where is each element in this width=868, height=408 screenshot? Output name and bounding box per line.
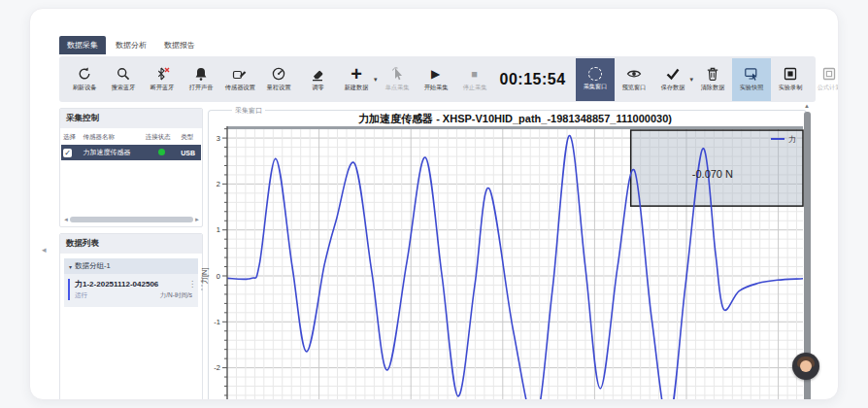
- button-label: 停止采集: [462, 84, 486, 92]
- data-item-status: 运行: [75, 291, 87, 300]
- svg-text:力: 力: [788, 135, 796, 144]
- button-label: 刷新设备: [73, 84, 97, 92]
- collect-control-panel: 采集控制 选择 传感器名称 连接状态 类型 ✓ 力加速度传感器 USB ◄ ►: [59, 108, 203, 227]
- collect-window-button[interactable]: 采集窗口: [576, 58, 615, 101]
- svg-text:-1: -1: [214, 318, 220, 326]
- status-dot: [158, 149, 165, 155]
- force-time-chart[interactable]: 3210-1-2力[N]-0.070 N力: [198, 126, 805, 400]
- sensor-settings-icon: [232, 66, 248, 82]
- button-label: 调零: [312, 84, 323, 92]
- dashed-circle-icon: [588, 67, 602, 81]
- button-label: 公式计算: [818, 84, 839, 92]
- scrollbar-thumb[interactable]: [70, 217, 193, 222]
- tab-data-collect[interactable]: 数据采集: [59, 36, 106, 54]
- scroll-left-icon[interactable]: ◄: [63, 216, 69, 223]
- app-window: 数据采集 数据分析 数据报告 刷新设备 搜索蓝牙: [29, 8, 839, 400]
- toolbar-group-collect: + 新建数据 ▾ 单点采集 ▶ 开始采集 ■ 停止采集: [337, 58, 494, 101]
- panel-title: 采集控制: [60, 109, 202, 128]
- button-label: 预览窗口: [621, 84, 646, 92]
- bell-icon: [193, 66, 209, 82]
- data-group-label: 数据分组-1: [75, 261, 111, 271]
- save-data-button[interactable]: 保存数据: [653, 58, 692, 101]
- button-label: 开始采集: [423, 84, 448, 92]
- data-group-header[interactable]: ▾ 数据分组-1: [64, 258, 198, 274]
- monitor-pointer-icon: [744, 66, 759, 82]
- refresh-icon: [77, 66, 92, 82]
- button-label: 采集窗口: [583, 83, 607, 91]
- button-label: 保存数据: [660, 84, 684, 92]
- sensor-table: 选择 传感器名称 连接状态 类型 ✓ 力加速度传感器 USB: [61, 130, 201, 160]
- col-sensor-name: 传感器名称: [82, 130, 144, 145]
- list-item[interactable]: 力1-2-20251112-042506 ⋮ 运行 力/N-时间/s: [68, 279, 194, 300]
- sensor-name: 力加速度传感器: [82, 145, 144, 160]
- clear-data-button[interactable]: 清除数据: [693, 58, 732, 101]
- button-label: 传感器设置: [225, 84, 255, 92]
- trash-icon: [705, 66, 720, 82]
- experiment-record-button[interactable]: 实验录制: [771, 58, 810, 101]
- avatar-face: [800, 360, 812, 372]
- table-row[interactable]: ✓ 力加速度传感器 USB: [61, 145, 201, 160]
- button-label: 实验录制: [779, 84, 803, 92]
- scrollbar-up-icon[interactable]: ▲: [804, 103, 810, 109]
- pointer-icon: [389, 66, 405, 82]
- toolbar-group-settings: 传感器设置 量程设置 调零: [220, 58, 337, 101]
- svg-text:-2: -2: [214, 363, 220, 372]
- svg-text:3: 3: [217, 134, 220, 143]
- disconnect-bluetooth-button[interactable]: 断开蓝牙: [143, 58, 182, 101]
- button-label: 量程设置: [267, 84, 291, 92]
- range-settings-button[interactable]: 量程设置: [259, 58, 298, 101]
- toolbar-group-window: 采集窗口 预览窗口 保存数据 ▾: [576, 58, 733, 101]
- bluetooth-disconnect-icon: [154, 66, 170, 82]
- stop-collect-button[interactable]: ■ 停止采集: [455, 58, 494, 101]
- data-group-body: 力1-2-20251112-042506 ⋮ 运行 力/N-时间/s: [64, 274, 198, 307]
- expand-icon: ▾: [69, 263, 72, 270]
- zero-adjust-button[interactable]: 调零: [298, 58, 337, 101]
- button-label: 断开蓝牙: [150, 84, 175, 92]
- sensor-settings-button[interactable]: 传感器设置: [220, 58, 259, 101]
- horizontal-scrollbar[interactable]: ◄ ►: [63, 216, 200, 223]
- button-label: 清除数据: [701, 84, 725, 92]
- button-label: 新建数据: [345, 84, 369, 92]
- start-collect-button[interactable]: ▶ 开始采集: [417, 58, 455, 101]
- chart-title: 力加速度传感器 - XHSP-V10HID_path_-1981348857_1…: [227, 112, 803, 126]
- experiment-snapshot-button[interactable]: 实验快照: [732, 58, 771, 101]
- sidebar-collapse-icon[interactable]: ◂: [42, 245, 47, 255]
- svg-text:-0.070 N: -0.070 N: [692, 168, 733, 180]
- collect-timer: 00:15:54: [500, 71, 566, 88]
- play-icon: ▶: [431, 66, 440, 82]
- data-item-series: 力/N-时间/s: [160, 291, 192, 300]
- item-menu-icon[interactable]: ⋮: [188, 280, 196, 289]
- toolbar: 刷新设备 搜索蓝牙 断开蓝牙: [59, 56, 816, 102]
- single-point-collect-button[interactable]: 单点采集: [378, 58, 417, 101]
- button-label: 单点采集: [384, 84, 409, 92]
- tab-data-report[interactable]: 数据报告: [156, 36, 203, 54]
- button-label: 搜索蓝牙: [112, 84, 136, 92]
- formula-icon: [821, 66, 837, 82]
- formula-calc-button[interactable]: 公式计算: [810, 58, 839, 101]
- data-item-title: 力1-2-20251112-042506: [75, 279, 194, 289]
- button-label: 实验快照: [740, 84, 764, 92]
- panel-title: 数据列表: [60, 234, 202, 254]
- sensor-table-header: 选择 传感器名称 连接状态 类型: [61, 130, 201, 145]
- eraser-icon: [310, 66, 325, 82]
- record-icon: [783, 66, 798, 82]
- gauge-icon: [271, 66, 286, 82]
- col-status: 连接状态: [144, 130, 179, 145]
- svg-text:1: 1: [217, 225, 220, 234]
- open-sound-button[interactable]: 打开声音: [182, 58, 220, 101]
- plus-icon: +: [351, 66, 362, 82]
- refresh-device-button[interactable]: 刷新设备: [65, 58, 104, 101]
- assistant-avatar-button[interactable]: [792, 353, 819, 380]
- new-data-button[interactable]: + 新建数据: [337, 58, 376, 101]
- sensor-checkbox[interactable]: ✓: [63, 149, 72, 157]
- check-icon: [665, 66, 681, 82]
- search-icon: [116, 66, 131, 82]
- preview-window-button[interactable]: 预览窗口: [615, 58, 653, 101]
- search-bluetooth-button[interactable]: 搜索蓝牙: [104, 58, 143, 101]
- data-list-panel: 数据列表 ▾ 数据分组-1 力1-2-20251112-042506 ⋮ 运行 …: [59, 233, 203, 400]
- stop-icon: ■: [471, 66, 478, 82]
- tab-data-analysis[interactable]: 数据分析: [108, 36, 154, 54]
- eye-icon: [626, 66, 642, 82]
- toolbar-group-device: 刷新设备 搜索蓝牙 断开蓝牙: [65, 58, 220, 101]
- toolbar-group-experiment: 实验快照 实验录制 公式计算: [732, 58, 839, 101]
